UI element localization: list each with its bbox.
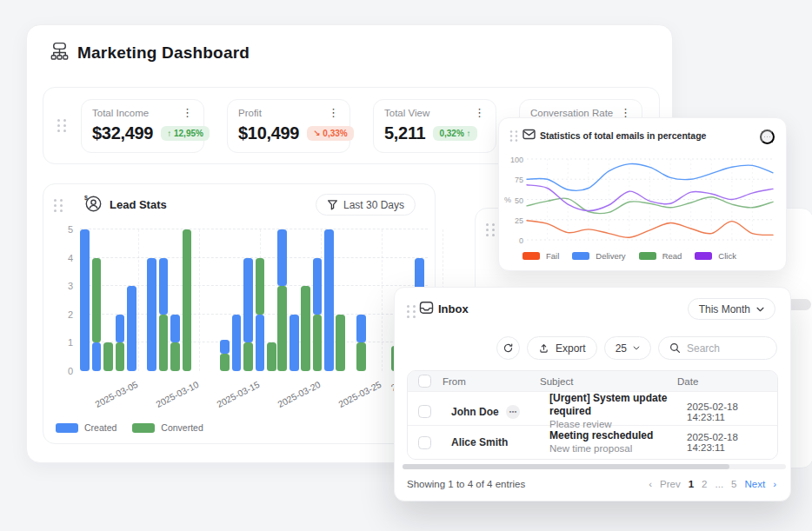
lead-user-icon: $: [83, 194, 103, 214]
y-tick-label: 1: [52, 337, 73, 348]
page-item: ...: [715, 479, 724, 489]
page-current[interactable]: 1: [689, 479, 694, 489]
kebab-menu-icon[interactable]: ⋮: [328, 109, 339, 117]
refresh-button[interactable]: [496, 336, 520, 360]
bar: [116, 229, 125, 371]
bar-segment-converted: [267, 342, 276, 371]
y-tick-label: 5: [52, 224, 73, 235]
bar-segment-created: [127, 286, 136, 371]
bar-segment-converted: [92, 258, 102, 343]
svg-text:$: $: [84, 195, 88, 202]
period-select[interactable]: This Month: [688, 298, 775, 320]
page-item[interactable]: ‹: [649, 479, 652, 489]
date-filter-button[interactable]: Last 30 Days: [316, 194, 416, 216]
column-header-subject: Subject: [540, 376, 677, 387]
kebab-menu-icon[interactable]: ⋮: [182, 109, 193, 117]
bar: [80, 229, 90, 371]
kebab-menu-icon[interactable]: ⋮: [474, 109, 485, 117]
bar-segment-created: [92, 342, 102, 371]
lead-stats-card: $ Lead Stats Last 30 Days 543210 2025-03…: [43, 183, 436, 444]
legend-swatch: [56, 423, 78, 433]
search-box[interactable]: [658, 336, 777, 360]
bar-segment-created: [256, 315, 265, 371]
bar-segment-converted: [220, 354, 230, 371]
bar-segment-converted: [170, 342, 180, 371]
bar: [256, 229, 265, 371]
row-more-button[interactable]: ⋯: [506, 405, 520, 419]
row-checkbox[interactable]: [418, 436, 431, 449]
page-size-select[interactable]: 25: [604, 336, 651, 360]
table-row[interactable]: John Doe⋯[Urgent] System update required…: [408, 391, 777, 425]
page-item[interactable]: ›: [773, 479, 776, 489]
y-tick-label: 4: [52, 253, 73, 263]
page-item[interactable]: 2: [702, 479, 707, 489]
export-label: Export: [556, 342, 586, 355]
y-tick-label: 100: [503, 156, 523, 164]
legend-label: Created: [84, 422, 116, 433]
upload-icon: [538, 342, 549, 354]
bar-segment-converted: [356, 342, 366, 371]
trend-badge: 0,32% ↑: [433, 126, 476, 141]
drag-handle-icon[interactable]: [407, 305, 416, 318]
row-checkbox[interactable]: [418, 405, 431, 418]
legend-item-click[interactable]: Click: [695, 251, 736, 261]
email-chart-legend: FailDeliveryReadClick: [522, 251, 736, 261]
page-prev[interactable]: Prev: [660, 479, 681, 489]
search-icon: [669, 342, 681, 354]
bar-segment-created: [80, 229, 90, 371]
inbox-icon: [419, 301, 434, 315]
drag-handle-icon[interactable]: [510, 130, 518, 142]
period-label: This Month: [699, 303, 750, 315]
column-header-from: From: [443, 376, 540, 387]
legend-label: Click: [718, 251, 736, 261]
y-tick-label: 0: [52, 366, 73, 376]
bar: [232, 229, 242, 371]
gridline: [382, 229, 383, 371]
bar: [336, 229, 345, 371]
funnel-icon: [327, 199, 338, 210]
legend-item-delivery[interactable]: Delivery: [572, 251, 625, 261]
stat-card: Profit⋮$10,499↘ 0,33%: [227, 99, 350, 153]
y-tick-label: 25: [503, 216, 523, 225]
bar-segment-created: [147, 258, 156, 371]
bar-segment-created: [232, 315, 242, 371]
page-next[interactable]: Next: [745, 479, 766, 489]
kebab-menu-icon[interactable]: ⋮: [620, 109, 631, 117]
legend-item-fail[interactable]: Fail: [522, 251, 559, 261]
bar: [220, 229, 230, 371]
lead-chart-legend: CreatedConverted: [56, 422, 203, 433]
bar: [183, 229, 192, 371]
bar: [356, 229, 366, 371]
drag-handle-icon[interactable]: [57, 119, 66, 132]
bar-segment-converted: [256, 258, 265, 315]
legend-item-read[interactable]: Read: [639, 251, 682, 261]
search-input[interactable]: [687, 342, 774, 355]
stat-label: Conversation Rate: [530, 108, 613, 118]
lead-chart-plot: [80, 229, 428, 371]
card-title: Inbox: [438, 302, 469, 315]
legend-swatch: [695, 252, 712, 260]
bar-segment-converted: [116, 342, 125, 371]
legend-swatch: [132, 423, 155, 433]
trend-badge: ↑ 12,95%: [161, 126, 210, 141]
horizontal-scrollbar[interactable]: [403, 464, 786, 469]
table-row[interactable]: Alice SmithMeeting rescheduledNew time p…: [408, 425, 777, 459]
page-item[interactable]: 5: [731, 479, 736, 489]
legend-label: Read: [662, 251, 682, 261]
inbox-card: Inbox This Month Export: [394, 287, 791, 501]
more-options-button[interactable]: [760, 129, 775, 144]
bar: [313, 229, 323, 371]
bar-segment-created: [356, 315, 366, 343]
drag-handle-icon[interactable]: [486, 223, 495, 236]
bar-segment-created: [324, 229, 334, 371]
y-tick-label: 0: [503, 236, 523, 245]
scrollbar-thumb[interactable]: [403, 464, 729, 469]
drag-handle-icon[interactable]: [54, 199, 63, 212]
select-all-checkbox[interactable]: [418, 375, 431, 388]
bar-segment-created: [170, 315, 180, 343]
legend-item-converted[interactable]: Converted: [132, 422, 203, 433]
bar: [159, 229, 169, 371]
export-button[interactable]: Export: [527, 336, 597, 360]
legend-item-created[interactable]: Created: [56, 422, 116, 433]
date-filter-label: Last 30 Days: [343, 199, 404, 211]
